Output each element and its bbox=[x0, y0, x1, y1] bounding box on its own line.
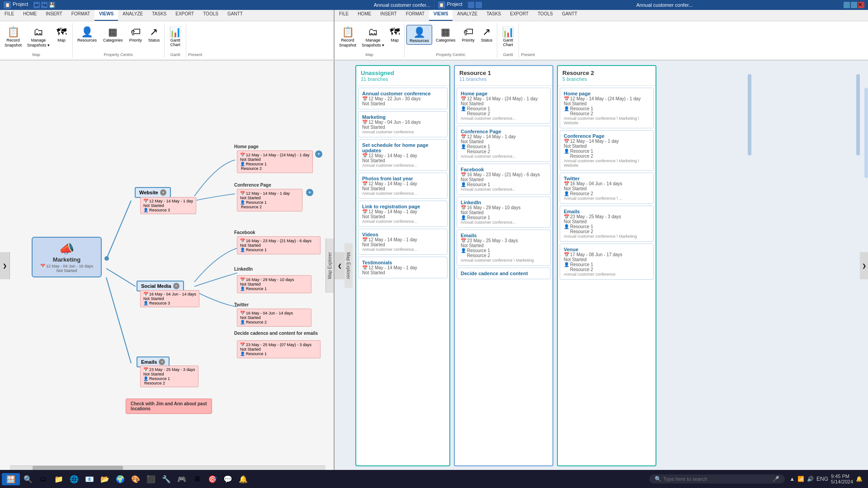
tab-tools-left[interactable]: TOOLS bbox=[198, 10, 223, 21]
card-decide-r1[interactable]: Decide cadence and content bbox=[457, 267, 551, 279]
gantt-btn-left[interactable]: 📊 GanttChart bbox=[166, 25, 184, 48]
taskbar-browser2[interactable]: 🌍 bbox=[113, 472, 127, 486]
taskbar-search-box[interactable]: 🔍 🎤 bbox=[649, 474, 785, 483]
manage-snapshots-btn-right[interactable]: 🗂 ManageSnapshots ▾ bbox=[360, 25, 386, 49]
card-link-reg-u[interactable]: Link to registration page 📅12 May - 14 M… bbox=[358, 201, 448, 227]
tab-tasks-right[interactable]: TASKS bbox=[482, 10, 505, 21]
categories-btn-left[interactable]: ▦ Categories bbox=[100, 25, 126, 44]
tab-insert-right[interactable]: INSERT bbox=[376, 10, 401, 21]
taskbar-illustrator[interactable]: 🎨 bbox=[128, 472, 143, 486]
categories-btn-right[interactable]: ▦ Categories bbox=[433, 25, 458, 44]
map-btn-left[interactable]: 🗺 Map bbox=[52, 25, 71, 44]
undo-btn[interactable]: ↩ bbox=[33, 2, 40, 8]
card-homepage-r1[interactable]: Home page 📅12 May - 14 May - (24 May) - … bbox=[457, 88, 551, 124]
resources-btn-left[interactable]: 👤 Resources bbox=[75, 25, 99, 44]
taskbar-chat[interactable]: 💬 bbox=[221, 472, 235, 486]
tab-home-right[interactable]: HOME bbox=[353, 10, 376, 21]
start-button[interactable]: 🪟 bbox=[2, 473, 20, 485]
taskbar-mic-icon[interactable]: 🎤 bbox=[773, 476, 779, 482]
tab-views-left[interactable]: VIEWS bbox=[94, 10, 118, 21]
tab-tasks-left[interactable]: TASKS bbox=[147, 10, 171, 21]
card-emails-r1[interactable]: Emails 📅23 May - 25 May - 3 days Not Sta… bbox=[457, 230, 551, 266]
taskbar-target[interactable]: 🎯 bbox=[205, 472, 220, 486]
minimize-btn[interactable] bbox=[844, 2, 850, 8]
gantt-btn-right[interactable]: 📊 GanttChart bbox=[499, 25, 517, 48]
taskbar-terminal[interactable]: ⬛ bbox=[144, 472, 158, 486]
tab-analyze-right[interactable]: ANALYZE bbox=[453, 10, 482, 21]
taskbar-game[interactable]: 🎮 bbox=[175, 472, 189, 486]
tray-notif-btn[interactable]: 🔔 bbox=[856, 476, 863, 482]
map-btn-right[interactable]: 🗺 Map bbox=[387, 25, 402, 44]
tab-export-right[interactable]: EXPORT bbox=[505, 10, 533, 21]
tab-insert-left[interactable]: INSERT bbox=[41, 10, 67, 21]
tab-tools-right[interactable]: TOOLS bbox=[533, 10, 557, 21]
taskbar-settings[interactable]: 🔧 bbox=[159, 472, 174, 486]
taskbar-folder[interactable]: 📂 bbox=[98, 472, 112, 486]
jim-ann-node[interactable]: Check with Jim and Ann about pastlocatio… bbox=[126, 399, 212, 414]
card-videos-u[interactable]: Videos 📅12 May - 14 May - 1 day Not Star… bbox=[358, 229, 448, 255]
card-fb-r1[interactable]: Facebook 📅16 May - 23 May - (21 May) - 6… bbox=[457, 164, 551, 195]
card-marketing-u[interactable]: Marketing 📅12 May - 04 Jun - 16 days Not… bbox=[358, 111, 448, 137]
record-snapshot-btn-right[interactable]: 📋 RecordSnapshot bbox=[336, 25, 359, 49]
card-conf-r2[interactable]: Conference Page 📅12 May - 14 May - 1 day… bbox=[560, 130, 654, 171]
taskbar-search-input[interactable] bbox=[663, 476, 771, 482]
tab-gantt-right[interactable]: GANTT bbox=[557, 10, 582, 21]
window-controls-left[interactable]: 📋 Project ↩ ↪ 💾 bbox=[4, 1, 55, 9]
tray-network[interactable]: 📶 bbox=[797, 476, 804, 482]
card-annual-conference[interactable]: Annual customer conference 📅12 May - 22 … bbox=[358, 88, 448, 109]
homepage-expand-btn[interactable]: + bbox=[315, 150, 322, 158]
decide-card[interactable]: 📅23 May - 25 May - (07 May) - 3 days Not… bbox=[237, 340, 321, 358]
tray-volume[interactable]: 🔊 bbox=[807, 476, 814, 482]
taskbar-task-view[interactable]: 🗂 bbox=[36, 472, 51, 486]
right-panel-left-arrow[interactable]: ❮ bbox=[335, 252, 344, 279]
redo-btn-right[interactable] bbox=[476, 2, 482, 8]
save-btn[interactable]: 💾 bbox=[49, 2, 55, 8]
card-homepage-r2[interactable]: Home page 📅12 May - 14 May - (24 May) - … bbox=[560, 88, 654, 128]
tab-format-right[interactable]: FORMAT bbox=[401, 10, 429, 21]
tab-home-left[interactable]: HOME bbox=[19, 10, 41, 21]
card-venue-r2[interactable]: Venue 📅17 May - 08 Jun - 17 days Not Sta… bbox=[560, 244, 654, 280]
card-schedule-u[interactable]: Set schedule for home page updates 📅12 M… bbox=[358, 139, 448, 171]
priority-btn-left[interactable]: 🏷 Priority bbox=[127, 25, 145, 44]
tab-export-left[interactable]: EXPORT bbox=[171, 10, 198, 21]
tab-gantt-left[interactable]: GANTT bbox=[223, 10, 247, 21]
manage-snapshots-btn-left[interactable]: 🗂 ManageSnapshots ▾ bbox=[25, 25, 52, 49]
tray-up-arrow[interactable]: ▲ bbox=[789, 476, 795, 482]
twitter-card[interactable]: 📅16 May - 04 Jun - 14 days Not Started 👤… bbox=[237, 309, 311, 327]
website-branch-node[interactable]: Website • bbox=[135, 187, 171, 198]
taskbar-notif[interactable]: 🔔 bbox=[236, 472, 250, 486]
card-li-r1[interactable]: LinkedIn 📅16 May - 29 May - 10 days Not … bbox=[457, 197, 551, 228]
card-testimonials-u[interactable]: Testimonials 📅12 May - 14 May - 1 day No… bbox=[358, 257, 448, 278]
priority-btn-right[interactable]: 🏷 Priority bbox=[459, 25, 477, 44]
window-controls-right[interactable]: 📋 Project bbox=[438, 1, 482, 9]
resources-btn-right[interactable]: 👤 Resources bbox=[406, 25, 432, 45]
taskbar-explorer[interactable]: 📁 bbox=[52, 472, 66, 486]
taskbar-mail[interactable]: 📧 bbox=[82, 472, 97, 486]
card-conf-r1[interactable]: Conference Page 📅12 May - 14 May - 1 day… bbox=[457, 126, 551, 162]
undo-btn-right[interactable] bbox=[468, 2, 474, 8]
right-map-explorer-label[interactable]: Map Explorer bbox=[344, 243, 353, 288]
status-btn-left[interactable]: ↗ Status bbox=[146, 25, 163, 44]
record-snapshot-btn-left[interactable]: 📋 RecordSnapshot bbox=[2, 25, 24, 49]
tab-file-left[interactable]: FILE bbox=[0, 10, 19, 21]
conference-page-card[interactable]: 📅12 May - 14 May - 1 day Not Started 👤Re… bbox=[237, 189, 302, 211]
tab-format-left[interactable]: FORMAT bbox=[67, 10, 94, 21]
conf-expand-btn[interactable]: + bbox=[306, 189, 313, 196]
status-btn-right[interactable]: ↗ Status bbox=[478, 25, 495, 44]
taskbar-monitor[interactable]: 🖥 bbox=[190, 472, 204, 486]
tab-file-right[interactable]: FILE bbox=[335, 10, 353, 21]
linkedin-card[interactable]: 📅16 May - 29 May - 10 days Not Started 👤… bbox=[237, 275, 311, 293]
homepage-task-card[interactable]: 📅12 May - 14 May - (24 May) - 1 day Not … bbox=[237, 150, 313, 173]
left-nav-arrow[interactable]: ❯ bbox=[0, 252, 10, 279]
taskbar-search-icon[interactable]: 🔍 bbox=[21, 472, 35, 486]
marketing-central-node[interactable]: 📣 Marketing 📅12 May - 04 Jun - 16 days N… bbox=[32, 237, 102, 277]
close-btn[interactable]: ✕ bbox=[858, 2, 864, 8]
unassigned-scrollbar-v[interactable] bbox=[748, 74, 751, 155]
maximize-btn[interactable] bbox=[851, 2, 857, 8]
redo-btn[interactable]: ↪ bbox=[41, 2, 47, 8]
card-photos-u[interactable]: Photos from last year 📅12 May - 14 May -… bbox=[358, 173, 448, 199]
facebook-card[interactable]: 📅16 May - 23 May - (21 May) - 6 days Not… bbox=[237, 236, 321, 254]
res1-scrollbar[interactable] bbox=[856, 74, 860, 155]
card-twitter-r2[interactable]: Twitter 📅16 May - 04 Jun - 14 days Not S… bbox=[560, 173, 654, 204]
map-explorer-label[interactable]: Map Explorer bbox=[326, 239, 334, 293]
